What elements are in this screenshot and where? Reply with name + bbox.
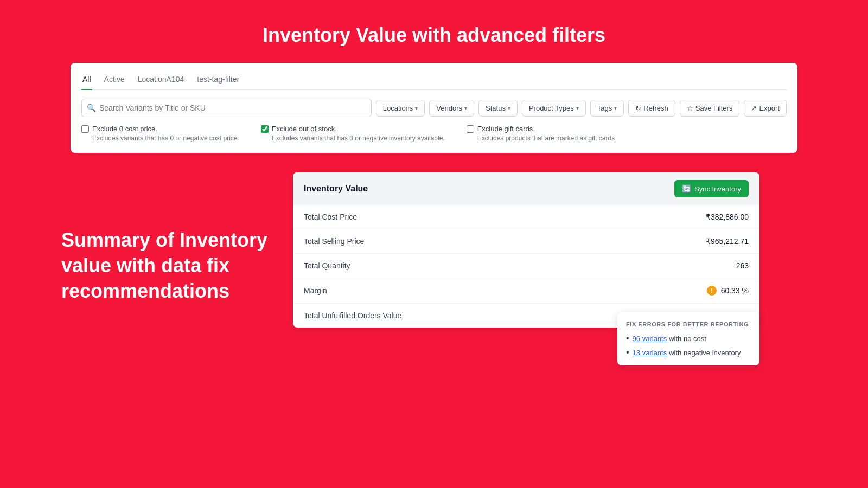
error-fix-item-0: 96 variants with no cost bbox=[626, 334, 751, 343]
tab-locationa104[interactable]: LocationA104 bbox=[137, 72, 186, 90]
warning-icon: ! bbox=[707, 286, 717, 296]
error-fix-box: FIX ERRORS FOR BETTER REPORTING 96 varia… bbox=[617, 312, 760, 365]
refresh-icon: ↻ bbox=[635, 104, 641, 112]
exclude-gift-cards-item: Exclude gift cards. Excludes products th… bbox=[467, 125, 615, 142]
export-icon: ↗ bbox=[751, 104, 757, 112]
sync-icon: 🔄 bbox=[682, 184, 691, 193]
chevron-down-icon: ▾ bbox=[508, 105, 510, 111]
export-button[interactable]: ↗ Export bbox=[744, 100, 787, 117]
save-filters-button[interactable]: ☆ Save Filters bbox=[680, 100, 740, 117]
chevron-down-icon: ▾ bbox=[614, 105, 617, 111]
total-selling-price-row: Total Selling Price ₹965,212.71 bbox=[293, 229, 760, 254]
exclude-gift-cards-label: Exclude gift cards. bbox=[477, 125, 535, 133]
refresh-button[interactable]: ↻ Refresh bbox=[628, 100, 675, 117]
filter-card: All Active LocationA104 test-tag-filter … bbox=[71, 63, 797, 153]
search-wrapper: 🔍 bbox=[81, 99, 372, 117]
inventory-card-header: Inventory Value 🔄 Sync Inventory bbox=[293, 172, 760, 205]
tab-test-tag-filter[interactable]: test-tag-filter bbox=[196, 72, 240, 90]
total-quantity-value: 263 bbox=[736, 261, 749, 270]
total-cost-price-label: Total Cost Price bbox=[304, 213, 357, 221]
exclude-zero-cost-label: Exclude 0 cost price. bbox=[92, 125, 157, 133]
inventory-card-title: Inventory Value bbox=[304, 184, 368, 194]
total-quantity-row: Total Quantity 263 bbox=[293, 254, 760, 278]
exclude-out-of-stock-item: Exclude out of stock. Excludes variants … bbox=[261, 125, 445, 142]
exclude-out-of-stock-desc: Excludes variants that has 0 or negative… bbox=[261, 134, 445, 142]
error-fix-list: 96 variants with no cost 13 variants wit… bbox=[626, 334, 751, 357]
checkboxes-row: Exclude 0 cost price. Excludes variants … bbox=[81, 125, 787, 142]
total-selling-price-label: Total Selling Price bbox=[304, 237, 364, 246]
page-title: Inventory Value with advanced filters bbox=[0, 0, 868, 63]
margin-value: 60.33 % bbox=[721, 286, 749, 295]
total-cost-price-row: Total Cost Price ₹382,886.00 bbox=[293, 205, 760, 229]
tabs-container: All Active LocationA104 test-tag-filter bbox=[81, 72, 787, 90]
star-icon: ☆ bbox=[687, 104, 693, 112]
96-variants-link[interactable]: 96 variants bbox=[633, 335, 667, 343]
error-fix-item-1: 13 variants with negative inventory bbox=[626, 348, 751, 357]
locations-filter-button[interactable]: Locations ▾ bbox=[376, 100, 425, 117]
exclude-zero-cost-checkbox[interactable] bbox=[81, 125, 89, 133]
chevron-down-icon: ▾ bbox=[415, 105, 418, 111]
filter-row: 🔍 Locations ▾ Vendors ▾ Status ▾ Product… bbox=[81, 99, 787, 117]
exclude-gift-cards-desc: Excludes products that are marked as gif… bbox=[467, 134, 615, 142]
error-fix-no-cost-text: with no cost bbox=[669, 335, 706, 343]
error-fix-title: FIX ERRORS FOR BETTER REPORTING bbox=[626, 321, 751, 328]
search-input[interactable] bbox=[81, 99, 372, 117]
product-types-filter-button[interactable]: Product Types ▾ bbox=[522, 100, 586, 117]
vendors-filter-button[interactable]: Vendors ▾ bbox=[429, 100, 474, 117]
chevron-down-icon: ▾ bbox=[464, 105, 467, 111]
margin-row: Margin ! 60.33 % bbox=[293, 278, 760, 304]
summary-text: Summary of Inventory value with data fix… bbox=[61, 228, 289, 304]
exclude-zero-cost-desc: Excludes variants that has 0 or negative… bbox=[81, 134, 239, 142]
total-selling-price-value: ₹965,212.71 bbox=[706, 237, 749, 246]
13-variants-link[interactable]: 13 variants bbox=[633, 349, 667, 357]
exclude-out-of-stock-label: Exclude out of stock. bbox=[272, 125, 337, 133]
margin-label: Margin bbox=[304, 286, 327, 295]
total-unfulfilled-orders-label: Total Unfulfilled Orders Value bbox=[304, 311, 401, 320]
status-filter-button[interactable]: Status ▾ bbox=[478, 100, 518, 117]
tags-filter-button[interactable]: Tags ▾ bbox=[590, 100, 624, 117]
total-cost-price-value: ₹382,886.00 bbox=[706, 213, 749, 221]
inventory-value-card: Inventory Value 🔄 Sync Inventory Total C… bbox=[293, 172, 760, 328]
tab-all[interactable]: All bbox=[81, 72, 92, 90]
chevron-down-icon: ▾ bbox=[576, 105, 579, 111]
exclude-out-of-stock-checkbox[interactable] bbox=[261, 125, 269, 133]
sync-inventory-button[interactable]: 🔄 Sync Inventory bbox=[674, 180, 749, 197]
error-fix-neg-inventory-text: with negative inventory bbox=[669, 349, 741, 357]
exclude-zero-cost-item: Exclude 0 cost price. Excludes variants … bbox=[81, 125, 239, 142]
exclude-gift-cards-checkbox[interactable] bbox=[467, 125, 474, 133]
tab-active[interactable]: Active bbox=[103, 72, 126, 90]
search-icon: 🔍 bbox=[87, 104, 96, 112]
total-quantity-label: Total Quantity bbox=[304, 261, 350, 270]
